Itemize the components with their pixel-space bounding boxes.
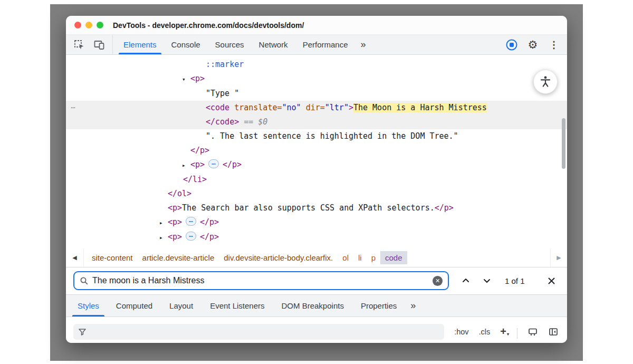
dom-tree-line[interactable]: ▾<p> bbox=[66, 72, 567, 87]
dom-tree-lines: ::marker▾<p>"Type "⋯<code translate="no"… bbox=[66, 58, 567, 245]
dom-search-bar: ✕ 1 of 1 bbox=[66, 267, 567, 295]
extension-icon[interactable] bbox=[505, 38, 519, 52]
dom-token-tag: <code bbox=[206, 103, 229, 112]
inline-expand-button[interactable]: ⋯ bbox=[208, 159, 219, 168]
dom-token-tag: <p> bbox=[190, 74, 205, 83]
tab-layout[interactable]: Layout bbox=[161, 295, 202, 317]
titlebar: DevTools - developer.chrome.com/docs/dev… bbox=[66, 16, 567, 35]
tab-performance[interactable]: Performance bbox=[295, 35, 356, 54]
accessibility-icon bbox=[539, 75, 552, 89]
expand-arrow-icon[interactable]: ▸ bbox=[159, 231, 168, 245]
rendering-emulation-icon[interactable] bbox=[528, 324, 538, 340]
dom-tree-line[interactable]: </li> bbox=[66, 173, 567, 187]
more-panels-button[interactable]: » bbox=[356, 35, 371, 54]
previous-match-button[interactable] bbox=[462, 276, 470, 285]
dom-token-tag: </li> bbox=[183, 175, 207, 184]
dom-token-gray: == bbox=[239, 117, 258, 127]
breadcrumb-scroll-left-button[interactable]: ◀ bbox=[66, 248, 84, 267]
element-classes-button[interactable]: .cls bbox=[479, 324, 491, 340]
dom-token-hl: The Moon is a Harsh Mistress bbox=[353, 103, 487, 112]
breadcrumb-item-code[interactable]: code bbox=[380, 251, 407, 264]
settings-gear-icon[interactable]: ⚙ bbox=[526, 38, 540, 52]
dom-tree-line[interactable]: <p>The Search bar also supports CSS and … bbox=[66, 201, 567, 215]
close-icon bbox=[548, 277, 555, 285]
dom-token-attr: dir= bbox=[301, 103, 325, 112]
breadcrumb-item-li[interactable]: li bbox=[353, 251, 367, 264]
close-search-button[interactable] bbox=[548, 277, 555, 285]
zoom-window-button[interactable] bbox=[97, 22, 103, 28]
dom-tree-line[interactable]: ▸<p>⋯</p> bbox=[66, 158, 567, 173]
sidebar-tab-bar: StylesComputedLayoutEvent ListenersDOM B… bbox=[66, 295, 567, 317]
accessibility-button[interactable] bbox=[533, 70, 558, 94]
breadcrumb-item-article-devsite-article[interactable]: article.devsite-article bbox=[138, 251, 219, 264]
dom-tree-line[interactable]: ▸<p>⋯</p> bbox=[66, 230, 567, 245]
dom-tree-line[interactable]: ". The last sentence is highlighted in t… bbox=[66, 129, 567, 143]
breadcrumb-item-site-content[interactable]: site-content bbox=[87, 251, 138, 264]
guide-dots-icon: ⋯ bbox=[71, 101, 76, 115]
dom-tree-line[interactable]: ::marker bbox=[66, 58, 567, 72]
breadcrumb-scroll-right-button[interactable]: ▶ bbox=[550, 248, 567, 267]
search-box[interactable]: ✕ bbox=[73, 271, 449, 290]
toggle-sidebar-panel-icon[interactable] bbox=[548, 324, 559, 340]
plus-dropdown-caret-icon: ▾ bbox=[507, 332, 509, 337]
search-input[interactable] bbox=[92, 276, 433, 285]
dom-token-val: "ltr" bbox=[325, 103, 349, 112]
dom-tree-line[interactable]: </ol> bbox=[66, 187, 567, 201]
window-title: DevTools - developer.chrome.com/docs/dev… bbox=[113, 21, 304, 30]
inline-expand-button[interactable]: ⋯ bbox=[186, 217, 196, 226]
toolbar-left-icons bbox=[66, 35, 113, 54]
toolbar-divider bbox=[517, 328, 517, 339]
minimize-window-button[interactable] bbox=[85, 22, 92, 28]
inspect-element-icon[interactable] bbox=[72, 38, 86, 52]
more-sidebar-tabs-button[interactable]: » bbox=[405, 295, 421, 317]
breadcrumb-items: site-contentarticle.devsite-articlediv.d… bbox=[84, 251, 407, 264]
new-style-rule-button[interactable]: +▾ bbox=[500, 324, 509, 340]
chevron-up-icon bbox=[462, 276, 470, 285]
dom-tree-line[interactable]: </code> == $0 bbox=[66, 115, 567, 129]
dom-tree-line[interactable]: "Type " bbox=[66, 87, 567, 101]
tab-computed[interactable]: Computed bbox=[108, 295, 161, 317]
devtools-window: DevTools - developer.chrome.com/docs/dev… bbox=[66, 16, 567, 343]
dom-token-val: "no" bbox=[282, 103, 301, 112]
dom-token-attr: translate= bbox=[229, 103, 282, 112]
dom-token-text: "Type " bbox=[206, 89, 239, 98]
dom-tree-line[interactable]: ⋯<code translate="no" dir="ltr">The Moon… bbox=[66, 101, 567, 115]
expand-arrow-icon[interactable]: ▸ bbox=[159, 216, 168, 230]
dom-token-tag: </ol> bbox=[168, 189, 191, 198]
chevron-down-icon bbox=[483, 276, 491, 285]
styles-tab-strip: StylesComputedLayoutEvent ListenersDOM B… bbox=[69, 295, 405, 317]
breadcrumb-item-ol[interactable]: ol bbox=[338, 251, 353, 264]
expand-arrow-icon[interactable]: ▸ bbox=[182, 158, 190, 173]
dom-tree-line[interactable]: </p> bbox=[66, 143, 567, 158]
clear-search-icon[interactable]: ✕ bbox=[433, 276, 443, 286]
dom-token-dollar: $0 bbox=[258, 117, 267, 127]
tab-styles[interactable]: Styles bbox=[69, 295, 108, 317]
panel-tab-strip: ElementsConsoleSourcesNetworkPerformance bbox=[116, 35, 356, 54]
tab-event-listeners[interactable]: Event Listeners bbox=[202, 295, 273, 317]
toolbar-right-icons: ⚙ ⋮ bbox=[505, 35, 567, 54]
breadcrumb-bar: ◀ site-contentarticle.devsite-articlediv… bbox=[66, 248, 567, 267]
next-match-button[interactable] bbox=[483, 276, 491, 285]
tab-properties[interactable]: Properties bbox=[352, 295, 405, 317]
dom-token-tag: <p> bbox=[168, 217, 182, 227]
breadcrumb-item-p[interactable]: p bbox=[367, 251, 380, 264]
elements-panel-dom-tree: ::marker▾<p>"Type "⋯<code translate="no"… bbox=[66, 55, 567, 248]
tab-elements[interactable]: Elements bbox=[116, 35, 164, 54]
expand-arrow-icon[interactable]: ▾ bbox=[182, 72, 190, 87]
tab-console[interactable]: Console bbox=[164, 35, 208, 54]
dom-token-tag: </p> bbox=[200, 232, 219, 242]
breadcrumb-item-div-devsite-article-body-clearfix[interactable]: div.devsite-article-body.clearfix. bbox=[219, 251, 338, 264]
tab-network[interactable]: Network bbox=[252, 35, 295, 54]
tab-dom-breakpoints[interactable]: DOM Breakpoints bbox=[273, 295, 352, 317]
dom-tree-line[interactable]: ▸<p>⋯</p> bbox=[66, 215, 567, 230]
vertical-scrollbar[interactable] bbox=[562, 118, 565, 169]
inline-expand-button[interactable]: ⋯ bbox=[186, 232, 196, 241]
close-window-button[interactable] bbox=[74, 22, 81, 28]
tab-sources[interactable]: Sources bbox=[208, 35, 252, 54]
styles-filter-input[interactable] bbox=[73, 324, 444, 340]
toggle-element-state-button[interactable]: :hov bbox=[454, 324, 468, 340]
match-count-label: 1 of 1 bbox=[505, 276, 525, 285]
dom-token-tag: </code> bbox=[206, 117, 239, 127]
kebab-menu-icon[interactable]: ⋮ bbox=[547, 38, 561, 52]
toggle-device-toolbar-icon[interactable] bbox=[92, 38, 106, 52]
